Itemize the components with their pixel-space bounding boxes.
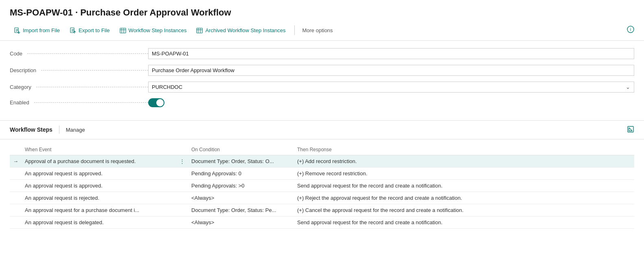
- description-input[interactable]: [148, 65, 634, 76]
- row-condition: Pending Approvals: >0: [188, 179, 294, 192]
- more-options-button[interactable]: More options: [298, 25, 337, 36]
- row-when-event: An approval request for a purchase docum…: [22, 204, 176, 216]
- category-label: Category: [10, 84, 148, 90]
- row-response: (+) Remove record restriction.: [294, 167, 634, 179]
- row-response: Send approval request for the record and…: [294, 216, 634, 228]
- steps-header-divider: [59, 126, 59, 134]
- row-condition: Document Type: Order, Status: Pe...: [188, 204, 294, 216]
- row-arrow: →: [10, 155, 22, 167]
- row-response: Send approval request for the record and…: [294, 179, 634, 192]
- row-condition: <Always>: [188, 192, 294, 204]
- svg-rect-10: [120, 28, 126, 33]
- col-condition-header: On Condition: [188, 144, 294, 155]
- page-title: MS-POAPW-01 · Purchase Order Approval Wo…: [10, 7, 634, 18]
- export-icon: [70, 27, 76, 34]
- svg-rect-14: [197, 28, 202, 33]
- row-arrow: [10, 179, 22, 192]
- row-when-event: An approval request is approved.: [22, 167, 176, 179]
- row-drag-handle: [176, 216, 188, 228]
- workflow-instances-icon: [120, 27, 126, 34]
- table-row[interactable]: An approval request is approved.Pending …: [10, 179, 634, 192]
- row-drag-handle: [176, 179, 188, 192]
- enabled-toggle[interactable]: [148, 98, 164, 107]
- row-condition: Document Type: Order, Status: O...: [188, 155, 294, 167]
- svg-text:i: i: [630, 27, 631, 32]
- row-condition: Pending Approvals: 0: [188, 167, 294, 179]
- code-label: Code: [10, 51, 148, 57]
- row-response: (+) Cancel the approval request for the …: [294, 204, 634, 216]
- export-to-file-button[interactable]: Export to File: [66, 24, 116, 36]
- row-when-event: Approval of a purchase document is reque…: [22, 155, 176, 167]
- col-when-event-header: When Event: [22, 144, 176, 155]
- col-drag-header: [176, 144, 188, 155]
- toggle-knob: [156, 99, 164, 106]
- table-body: →Approval of a purchase document is requ…: [10, 155, 634, 228]
- enabled-row: Enabled: [10, 98, 634, 107]
- table-row[interactable]: An approval request for a purchase docum…: [10, 204, 634, 216]
- row-drag-handle[interactable]: ⋮: [176, 155, 188, 167]
- row-arrow: [10, 167, 22, 179]
- table-row[interactable]: An approval request is rejected.<Always>…: [10, 192, 634, 204]
- archived-icon: [196, 27, 203, 34]
- row-arrow: [10, 192, 22, 204]
- code-row: Code: [10, 48, 634, 59]
- manage-button[interactable]: Manage: [66, 127, 85, 133]
- table-row[interactable]: An approval request is delegated.<Always…: [10, 216, 634, 228]
- workflow-instances-button[interactable]: Workflow Step Instances: [116, 24, 193, 36]
- workflow-steps-header: Workflow Steps Manage: [0, 121, 644, 139]
- table-row[interactable]: An approval request is approved.Pending …: [10, 167, 634, 179]
- form-section: Code Description Category PURCHDOC ⌄ Ena…: [0, 41, 644, 121]
- row-drag-handle: [176, 192, 188, 204]
- description-label: Description: [10, 67, 148, 73]
- archived-instances-button[interactable]: Archived Workflow Step Instances: [192, 24, 291, 36]
- row-response: (+) Reject the approval request for the …: [294, 192, 634, 204]
- import-label: Import from File: [23, 27, 60, 33]
- toolbar: Import from File Export to File: [10, 22, 634, 36]
- table-header: When Event On Condition Then Response: [10, 144, 634, 155]
- export-label: Export to File: [79, 27, 110, 33]
- workflow-table: When Event On Condition Then Response →A…: [10, 144, 634, 229]
- toolbar-divider: [294, 25, 295, 35]
- expand-icon[interactable]: [627, 126, 634, 134]
- row-when-event: An approval request is approved.: [22, 179, 176, 192]
- import-from-file-button[interactable]: Import from File: [10, 24, 66, 36]
- import-icon: [14, 27, 20, 34]
- table-row[interactable]: →Approval of a purchase document is requ…: [10, 155, 634, 167]
- category-row: Category PURCHDOC ⌄: [10, 82, 634, 93]
- svg-line-21: [629, 128, 632, 131]
- col-arrow-header: [10, 144, 22, 155]
- row-condition: <Always>: [188, 216, 294, 228]
- code-input[interactable]: [148, 48, 634, 59]
- category-select-wrapper: PURCHDOC ⌄: [148, 82, 634, 93]
- enabled-label: Enabled: [10, 99, 148, 106]
- archived-label: Archived Workflow Step Instances: [205, 27, 285, 33]
- col-response-header: Then Response: [294, 144, 634, 155]
- row-drag-handle: [176, 204, 188, 216]
- workflow-instances-label: Workflow Step Instances: [129, 27, 187, 33]
- info-button[interactable]: i: [627, 26, 634, 35]
- toggle-track[interactable]: [148, 98, 164, 107]
- row-arrow: [10, 204, 22, 216]
- row-when-event: An approval request is delegated.: [22, 216, 176, 228]
- row-arrow: [10, 216, 22, 228]
- category-select[interactable]: PURCHDOC: [148, 82, 634, 93]
- page-header: MS-POAPW-01 · Purchase Order Approval Wo…: [0, 0, 644, 41]
- row-drag-handle: [176, 167, 188, 179]
- table-section: When Event On Condition Then Response →A…: [0, 139, 644, 229]
- workflow-steps-title: Workflow Steps: [10, 126, 53, 133]
- row-response: (+) Add record restriction.: [294, 155, 634, 167]
- description-row: Description: [10, 65, 634, 76]
- row-when-event: An approval request is rejected.: [22, 192, 176, 204]
- more-options-label: More options: [302, 27, 333, 33]
